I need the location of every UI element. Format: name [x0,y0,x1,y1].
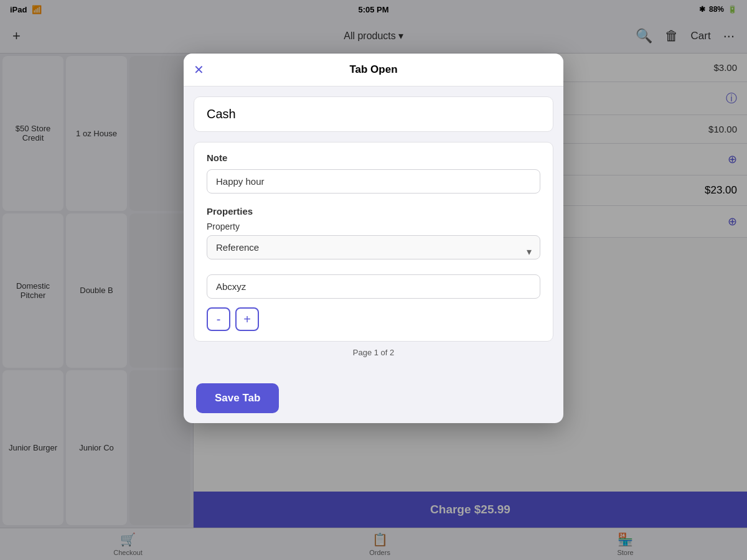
modal-body: Cash Note Properties Property ReferenceN… [184,86,563,373]
modal-title: Tab Open [349,63,397,76]
save-tab-button[interactable]: Save Tab [196,383,279,413]
add-property-button[interactable]: + [235,307,259,331]
page-indicator: Page 1 of 2 [194,342,553,363]
properties-label: Properties [207,206,540,217]
property-select[interactable]: ReferenceNamePhoneEmail [207,235,540,259]
property-select-wrapper: ReferenceNamePhoneEmail [207,235,540,267]
modal-header: ✕ Tab Open [184,54,563,86]
note-section: Note Properties Property ReferenceNamePh… [194,142,553,342]
modal-overlay: ✕ Tab Open Cash Note Properties Property… [0,0,747,560]
property-buttons: - + [207,307,540,331]
cash-label: Cash [207,107,236,121]
note-section-label: Note [207,152,540,163]
property-label: Property [207,222,540,231]
close-button[interactable]: ✕ [194,62,204,77]
modal-dialog: ✕ Tab Open Cash Note Properties Property… [184,54,563,423]
property-value-input[interactable] [207,274,540,299]
note-input[interactable] [207,169,540,194]
remove-property-button[interactable]: - [207,307,230,331]
cash-section: Cash [194,96,553,132]
